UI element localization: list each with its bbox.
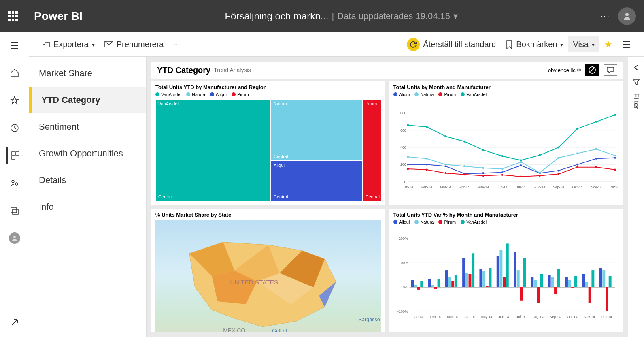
svg-point-50: [482, 175, 484, 177]
treemap-region-label: Central: [274, 194, 288, 199]
more-actions-icon[interactable]: ···: [168, 36, 185, 52]
app-name: Power BI: [34, 10, 83, 23]
favorites-star-icon[interactable]: [6, 92, 23, 109]
svg-text:0%: 0%: [402, 285, 408, 289]
svg-rect-138: [568, 280, 571, 287]
map-visual[interactable]: % Units Market Share by State UNITED STA…: [151, 209, 385, 332]
chevron-left-icon[interactable]: [633, 64, 640, 71]
svg-text:Sep-14: Sep-14: [553, 185, 564, 189]
svg-point-34: [407, 156, 409, 158]
expand-arrow-icon[interactable]: [6, 314, 23, 331]
line-chart-visual[interactable]: Total Units by Month and Manufacturer Al…: [389, 81, 623, 205]
svg-point-38: [482, 167, 484, 169]
recent-clock-icon[interactable]: [6, 120, 23, 136]
page-tab-sentiment[interactable]: Sentiment: [29, 113, 146, 140]
svg-rect-137: [565, 277, 567, 287]
page-tab-ytd-category[interactable]: YTD Category: [29, 87, 146, 113]
view-label: Visa: [573, 40, 589, 49]
svg-text:800: 800: [400, 111, 406, 115]
page-tab-growth[interactable]: Growth Opportunities: [29, 140, 146, 167]
legend-label: VanArsdel: [161, 92, 181, 97]
svg-rect-95: [420, 281, 423, 287]
legend-label: VanArsdel: [466, 220, 487, 224]
filter-pane-collapsed[interactable]: Filter: [628, 57, 644, 337]
page-tab-market-share[interactable]: Market Share: [29, 60, 146, 87]
app-launcher-icon[interactable]: [8, 11, 18, 21]
svg-rect-103: [448, 277, 451, 287]
svg-point-9: [13, 236, 16, 238]
svg-text:Jan-14: Jan-14: [413, 315, 423, 319]
svg-text:Mar-14: Mar-14: [447, 315, 458, 319]
shared-icon[interactable]: [6, 175, 23, 191]
subscribe-button[interactable]: Prenumerera: [100, 36, 169, 52]
svg-text:May-14: May-14: [477, 185, 489, 189]
map-gulf-label: Gulf of: [272, 328, 287, 332]
home-icon[interactable]: [6, 65, 23, 81]
favorite-star-button[interactable]: ★: [599, 36, 617, 53]
chevron-down-icon[interactable]: ▾: [453, 11, 458, 21]
legend-label: Pirum: [444, 92, 456, 97]
svg-text:Aug-14: Aug-14: [532, 315, 544, 319]
treemap-region-label: Central: [366, 194, 380, 199]
bar-chart-area: -100%0%100%200%Jan-14Feb-14Mar-14Apr-14M…: [393, 227, 619, 329]
svg-point-42: [557, 157, 559, 159]
comment-icon[interactable]: [604, 64, 617, 76]
svg-text:Mar-14: Mar-14: [440, 185, 451, 189]
svg-text:Nov-14: Nov-14: [584, 315, 595, 319]
legend: Aliqui Natura Pirum VanArsdel: [393, 220, 619, 224]
svg-rect-132: [548, 275, 550, 287]
legend-label: Pirum: [444, 220, 456, 224]
svg-rect-99: [434, 287, 437, 289]
reset-button[interactable]: Återställ till standard: [402, 35, 501, 54]
page-tab-details[interactable]: Details: [29, 167, 146, 194]
apps-icon[interactable]: [6, 147, 23, 164]
svg-rect-125: [523, 258, 526, 287]
filter-label: Filter: [632, 93, 640, 109]
svg-point-47: [425, 169, 427, 171]
copyright-label: obvience llc ©: [548, 67, 581, 73]
my-workspace-avatar-icon[interactable]: [6, 230, 23, 246]
svg-point-41: [538, 172, 540, 174]
workspaces-icon[interactable]: [6, 203, 23, 219]
svg-rect-110: [472, 253, 474, 287]
svg-text:Sep-14: Sep-14: [549, 315, 561, 319]
filter-icon: [633, 79, 640, 86]
svg-point-52: [520, 175, 522, 177]
more-options-icon[interactable]: ···: [600, 11, 610, 21]
svg-text:400: 400: [400, 145, 406, 149]
svg-rect-104: [451, 281, 454, 287]
svg-rect-135: [557, 269, 560, 287]
svg-rect-4: [12, 156, 15, 159]
hamburger-icon[interactable]: [6, 37, 23, 53]
svg-text:0: 0: [404, 180, 406, 184]
treemap-visual[interactable]: Total Units YTD by Manufacturer and Regi…: [151, 81, 385, 205]
svg-point-56: [595, 166, 597, 168]
svg-rect-114: [485, 286, 488, 287]
user-avatar[interactable]: [618, 7, 636, 25]
svg-point-60: [444, 135, 446, 137]
bar-chart-visual[interactable]: Total Units YTD Var % by Month and Manuf…: [389, 209, 623, 332]
svg-rect-93: [414, 285, 417, 287]
svg-point-64: [520, 159, 522, 161]
svg-point-62: [482, 149, 484, 151]
svg-rect-109: [468, 274, 471, 287]
svg-point-69: [614, 114, 616, 116]
treemap-cell-label: VanArsdel: [158, 101, 179, 106]
list-view-icon[interactable]: [617, 38, 636, 51]
svg-point-59: [425, 126, 427, 128]
export-button[interactable]: Exportera ▾: [37, 36, 100, 52]
svg-rect-118: [499, 250, 502, 287]
svg-rect-140: [574, 276, 577, 287]
view-button[interactable]: Visa ▾: [568, 36, 599, 52]
person-icon: [622, 11, 632, 21]
bookmarks-button[interactable]: Bokmärken ▾: [501, 36, 568, 52]
svg-point-46: [407, 168, 409, 170]
map-area: UNITED STATES MEXICO Gulf of Mexico CUBA…: [155, 220, 381, 332]
svg-point-51: [501, 174, 503, 176]
svg-rect-119: [503, 277, 506, 287]
svg-text:Feb-14: Feb-14: [429, 315, 440, 319]
page-tab-info[interactable]: Info: [29, 194, 146, 220]
svg-rect-148: [602, 270, 605, 287]
svg-rect-123: [516, 270, 519, 287]
svg-point-67: [576, 128, 578, 130]
